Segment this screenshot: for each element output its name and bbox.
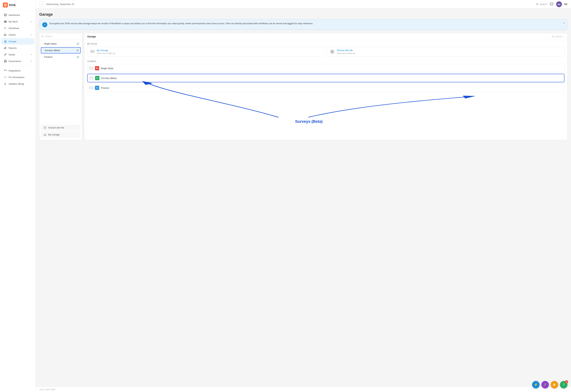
surveys-beta-label: Surveys (Beta) [45, 49, 75, 52]
my-garage-file-card[interactable]: My Garage There are no files yet [87, 47, 325, 57]
shared-with-me-file-card[interactable]: Shared with Me There are no files yet [327, 47, 564, 57]
garage-nav-icon [44, 133, 46, 136]
page-content: Garage ? Encrypted and 100% secure data … [36, 9, 571, 387]
user-avatar[interactable]: MB [556, 1, 562, 7]
grid-icon [4, 14, 7, 16]
sidebar-item-reports[interactable]: Reports [1, 45, 34, 51]
back-button[interactable]: ‹ [39, 2, 44, 7]
user-initials: MB [564, 3, 567, 5]
right-panel-title: Garage [87, 35, 552, 38]
sidebar-item-workflows[interactable]: Workflows [1, 25, 34, 31]
logo-text: trisk [9, 3, 16, 7]
governance-chevron: ▾ [31, 60, 31, 62]
sidebar-item-integrations[interactable]: Integrations [1, 67, 34, 74]
surveys-beta-avatar: MI [95, 76, 99, 80]
clients-chevron: ▾ [31, 34, 31, 36]
main-panel: Search ... › Bright Ideas 🔗 › Surveys (B… [39, 33, 567, 140]
my-garage-nav[interactable]: My Garage [41, 131, 81, 138]
right-panel-header: Garage Search ... [84, 33, 567, 40]
svg-rect-6 [4, 60, 7, 60]
sidebar: trisk Dashboard My Work ▾ Workflows [0, 0, 36, 392]
right-search-icon [552, 35, 554, 38]
columns-icon [4, 60, 7, 63]
panel-left: Search ... › Bright Ideas 🔗 › Surveys (B… [39, 33, 82, 140]
topbar: ‹ Wednesday, September 25 Search MB MB [36, 0, 571, 9]
message-icon [550, 3, 553, 6]
surveys-beta-chevron: › [43, 49, 43, 51]
my-garage-card-info: My Garage There are no files yet [97, 49, 322, 54]
client-row-bright-ideas[interactable]: BR Bright Ideas [87, 64, 564, 72]
svg-rect-2 [4, 14, 5, 15]
svg-rect-10 [550, 3, 553, 5]
briefcase-icon [4, 20, 7, 23]
close-banner-button[interactable]: × [563, 22, 565, 25]
surveys-beta-row-name: Surveys (Beta) [101, 77, 117, 80]
left-panel-item-surveys-beta[interactable]: › Surveys (Beta) 🔗 [41, 47, 81, 54]
svg-rect-5 [5, 15, 7, 16]
edit-icon [4, 53, 7, 56]
clients-list: BR Bright Ideas MI Surveys (Beta) [87, 64, 564, 93]
sidebar-item-updates-blog[interactable]: Updates (Blog) [1, 81, 34, 87]
sidebar-item-my-work[interactable]: My Work ▾ [1, 18, 34, 25]
logo: trisk [0, 0, 35, 10]
client-row-surveys-beta[interactable]: MI Surveys (Beta) [87, 74, 564, 82]
sidebar-item-garage[interactable]: Garage [1, 38, 34, 44]
messages-button[interactable] [549, 2, 554, 7]
svg-rect-4 [4, 15, 5, 16]
main-area: ‹ Wednesday, September 25 Search MB MB G… [36, 0, 571, 392]
svg-rect-3 [5, 14, 7, 15]
left-panel-item-bright-ideas[interactable]: › Bright Ideas 🔗 [39, 41, 82, 47]
fab-rocket[interactable]: 🚀 [541, 381, 549, 388]
svg-point-1 [5, 4, 6, 5]
my-work-chevron: ▾ [31, 21, 31, 23]
folder-icon-surveys-beta [90, 76, 93, 80]
my-garage-label: My Garage [48, 133, 60, 136]
topbar-search-label: Search [540, 3, 547, 5]
sidebar-item-governance-label: Governance [9, 60, 29, 63]
topbar-search[interactable]: Search [536, 3, 547, 5]
sidebar-item-reports-label: Reports [9, 47, 31, 49]
users-icon [4, 33, 7, 36]
right-panel-search[interactable]: Search ... [552, 35, 564, 38]
rss-icon [4, 82, 7, 85]
link-icon [4, 69, 7, 72]
left-search-icon [42, 35, 44, 38]
svg-rect-7 [4, 61, 5, 62]
files-grid: My Garage There are no files yet [87, 47, 564, 57]
share-circle-icon [330, 49, 335, 54]
finance-avatar: FI [95, 86, 99, 90]
panel-resize-handle[interactable]: ↔ [82, 33, 84, 140]
svg-text:MB: MB [558, 3, 561, 5]
fab-help[interactable]: ? 2 [560, 381, 567, 388]
client-row-finance[interactable]: FI Finance [87, 84, 564, 92]
left-panel-search[interactable]: Search ... [39, 33, 82, 40]
my-garage-card-name: My Garage [97, 49, 322, 52]
fab-lightning[interactable]: ⚡ [532, 381, 540, 388]
sidebar-item-for-developers[interactable]: For Developers [1, 74, 34, 80]
bright-ideas-chevron: › [42, 43, 43, 45]
sidebar-item-studio[interactable]: Studio ▾ [1, 51, 34, 58]
sidebar-item-governance[interactable]: Governance ▾ [1, 58, 34, 64]
shared-with-me-card-info: Shared with Me There are no files yet [337, 49, 562, 54]
sidebar-item-dashboard[interactable]: Dashboard [1, 12, 34, 18]
trisk-logo-icon [3, 2, 8, 7]
right-panel-content: MY FILES My Garage [84, 40, 567, 140]
info-icon: ? [42, 22, 47, 27]
fab-help-badge: 2 [565, 380, 568, 383]
trash-icon: 🗑 [553, 383, 556, 387]
shared-with-me-nav[interactable]: Shared with Me [41, 125, 81, 131]
bright-ideas-label: Bright Ideas [44, 42, 75, 45]
rocket-icon: 🚀 [543, 383, 547, 387]
sidebar-item-dashboard-label: Dashboard [9, 14, 31, 16]
sidebar-item-clients[interactable]: Clients ▾ [1, 31, 34, 38]
sidebar-item-updates-blog-label: Updates (Blog) [9, 83, 31, 85]
finance-chevron: › [42, 56, 43, 58]
left-panel-item-finance[interactable]: › Finance 🔗 [39, 54, 82, 60]
shared-with-me-card-sub: There are no files yet [337, 52, 562, 54]
bar-chart-icon [4, 46, 7, 49]
fab-trash[interactable]: 🗑 [551, 381, 558, 388]
right-search-placeholder: Search ... [555, 35, 564, 38]
sidebar-item-integrations-label: Integrations [9, 69, 31, 72]
garage-icon [4, 40, 7, 43]
svg-rect-8 [5, 61, 7, 62]
